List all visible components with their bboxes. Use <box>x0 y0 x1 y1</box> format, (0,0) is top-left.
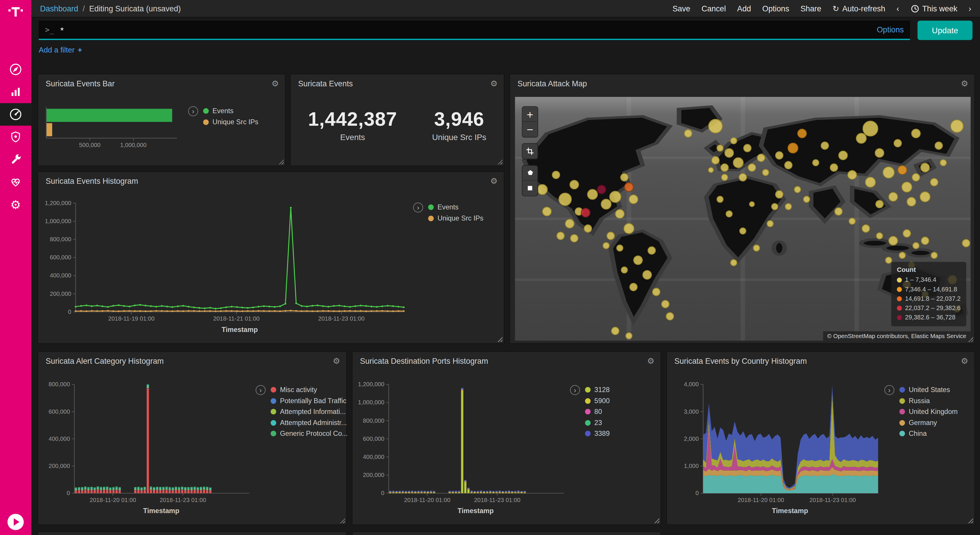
panel-title[interactable]: Suricata Alert Category Histogram <box>46 357 164 366</box>
legend-item[interactable]: 29,382.6 – 36,728 <box>897 312 961 322</box>
time-forward-button[interactable]: › <box>969 4 971 13</box>
panel-resize-handle[interactable] <box>278 159 284 164</box>
topbar-actions: Save Cancel Add Options Share ↻ Auto-ref… <box>673 4 971 13</box>
plus-icon: + <box>78 46 82 54</box>
svg-text:1,200,000: 1,200,000 <box>358 381 384 387</box>
legend-item[interactable]: 22,037.2 – 29,382.6 <box>897 303 961 312</box>
destination-ports-chart[interactable]: 0200,000400,000600,000800,0001,000,0001,… <box>356 381 567 506</box>
save-button[interactable]: Save <box>673 4 690 13</box>
legend-toggle[interactable]: › <box>188 106 198 116</box>
legend-item[interactable]: 23 <box>585 417 610 428</box>
legend-item[interactable]: Generic Protocol Co... <box>270 428 348 439</box>
panel-gear-icon[interactable]: ⚙ <box>961 356 968 366</box>
chart-legend: › EventsUnique Src IPs <box>413 202 483 224</box>
chart-legend: › EventsUnique Src IPs <box>188 106 258 127</box>
legend-item[interactable]: United Kingdom <box>899 406 958 417</box>
map-attribution: © OpenStreetMap contributors, Elastic Ma… <box>823 331 970 341</box>
sidebar-item-dashboard[interactable] <box>0 103 31 126</box>
map-rectangle-tool-button[interactable] <box>522 181 537 196</box>
legend-item[interactable]: Events <box>428 202 483 213</box>
auto-refresh-button[interactable]: ↻ Auto-refresh <box>833 4 886 13</box>
panel-title[interactable]: Suricata Attack Map <box>517 80 587 88</box>
panel-gear-icon[interactable]: ⚙ <box>333 356 340 366</box>
update-button[interactable]: Update <box>918 21 973 40</box>
panel-suricata-destination-ports-histogram: Suricata Destination Ports Histogram ⚙ 0… <box>352 351 661 525</box>
legend-item[interactable]: United States <box>899 384 958 396</box>
options-button[interactable]: Options <box>762 4 789 13</box>
time-back-button[interactable]: ‹ <box>897 4 899 13</box>
sidebar-item-management[interactable]: ⚙ <box>0 193 31 216</box>
legend-item[interactable]: Attempted Administr... <box>270 417 348 428</box>
svg-text:0: 0 <box>67 490 70 496</box>
legend-item[interactable]: 5900 <box>585 395 610 406</box>
legend-item[interactable]: Unique Src IPs <box>428 213 483 224</box>
panel-gear-icon[interactable]: ⚙ <box>961 79 968 88</box>
legend-item[interactable]: Potentially Bad Traffic <box>270 395 348 406</box>
legend-item[interactable]: Events <box>203 106 258 117</box>
share-button[interactable]: Share <box>800 4 821 13</box>
legend-toggle[interactable]: › <box>885 385 894 395</box>
panel-title[interactable]: Suricata Events Bar <box>46 80 115 88</box>
query-input[interactable]: >_ * Options <box>39 21 910 40</box>
panel-gear-icon[interactable]: ⚙ <box>490 79 498 88</box>
panel-title[interactable]: Suricata Events <box>298 80 353 88</box>
legend-item[interactable]: 3389 <box>585 428 610 439</box>
add-filter-link[interactable]: Add a filter+ <box>39 46 82 54</box>
legend-item[interactable]: 80 <box>585 406 610 417</box>
panel-suricata-events-by-country-histogram: Suricata Events by Country Histogram ⚙ 0… <box>666 351 975 525</box>
events-by-country-chart[interactable]: 01,0002,0003,0004,0002018-11-20 01:00201… <box>671 381 882 506</box>
legend-toggle[interactable]: › <box>256 385 266 395</box>
panel-title[interactable]: Suricata Destination Ports Histogram <box>360 357 488 366</box>
panel-gear-icon[interactable]: ⚙ <box>272 79 279 88</box>
map-zoom-out-button[interactable]: − <box>522 122 537 137</box>
legend-item[interactable]: 14,691.8 – 22,037.2 <box>897 294 961 303</box>
sidebar-item-discover[interactable] <box>0 58 31 81</box>
legend-item[interactable]: Russia <box>899 395 958 406</box>
panel-suricata-events-metric: Suricata Events ⚙ 1,442,387 Events 3,946… <box>290 74 504 166</box>
panel-resize-handle[interactable] <box>497 336 503 342</box>
legend-item[interactable]: 7,346.4 – 14,691.8 <box>897 284 961 294</box>
panel-title[interactable]: Suricata Events Histogram <box>46 177 138 186</box>
legend-item[interactable]: Misc activity <box>270 384 348 396</box>
events-histogram-chart[interactable]: 0200,000400,000600,000800,0001,000,0001,… <box>43 199 409 325</box>
sidebar-item-visualize[interactable] <box>0 81 31 103</box>
sidebar-item-monitoring[interactable] <box>0 170 31 193</box>
query-value: * <box>60 25 64 35</box>
legend-toggle[interactable]: › <box>413 202 423 212</box>
time-range-button[interactable]: This week <box>910 4 957 13</box>
cancel-button[interactable]: Cancel <box>702 4 725 13</box>
legend-item[interactable]: Unique Src IPs <box>203 117 258 128</box>
panel-title[interactable]: Suricata Events by Country Histogram <box>675 357 807 366</box>
attack-map[interactable]: + − <box>515 97 970 341</box>
sidebar-item-security[interactable] <box>0 126 31 148</box>
panel-gear-icon[interactable]: ⚙ <box>647 356 654 366</box>
panel-resize-handle[interactable] <box>654 517 659 523</box>
events-bar-chart[interactable]: 500,0001,000,000 <box>43 106 186 151</box>
panel-resize-handle[interactable] <box>339 517 345 523</box>
add-button[interactable]: Add <box>737 4 751 13</box>
map-fit-bounds-button[interactable] <box>522 144 537 159</box>
panel-gear-icon[interactable]: ⚙ <box>490 176 498 186</box>
tmobile-logo[interactable] <box>0 2 31 21</box>
map-polygon-tool-button[interactable] <box>522 166 537 181</box>
svg-text:400,000: 400,000 <box>50 272 72 279</box>
query-prompt-icon: >_ <box>45 25 54 34</box>
panel-suricata-attack-map: Suricata Attack Map ⚙ <box>509 74 975 344</box>
legend-toggle[interactable]: › <box>570 385 580 395</box>
map-zoom-in-button[interactable]: + <box>522 107 537 122</box>
legend-item[interactable]: 1 – 7,346.4 <box>897 275 961 284</box>
panel-resize-handle[interactable] <box>967 517 973 523</box>
panel-resize-handle[interactable] <box>497 159 503 164</box>
legend-item[interactable]: 3128 <box>585 384 610 396</box>
play-icon <box>8 514 24 530</box>
legend-item[interactable]: China <box>899 428 958 439</box>
tmobile-logo-icon <box>8 4 24 19</box>
query-options-link[interactable]: Options <box>877 25 904 34</box>
breadcrumb-dashboard-link[interactable]: Dashboard <box>40 4 78 13</box>
sidebar-item-dev-tools[interactable] <box>0 148 31 170</box>
legend-item[interactable]: Germany <box>899 417 958 428</box>
legend-item[interactable]: Attempted Informati... <box>270 406 348 417</box>
x-axis-title: Timestamp <box>75 507 248 514</box>
sidebar-expand-button[interactable] <box>0 514 31 530</box>
alert-category-chart[interactable]: 0200,000400,000600,000800,0002018-11-20 … <box>42 381 253 506</box>
